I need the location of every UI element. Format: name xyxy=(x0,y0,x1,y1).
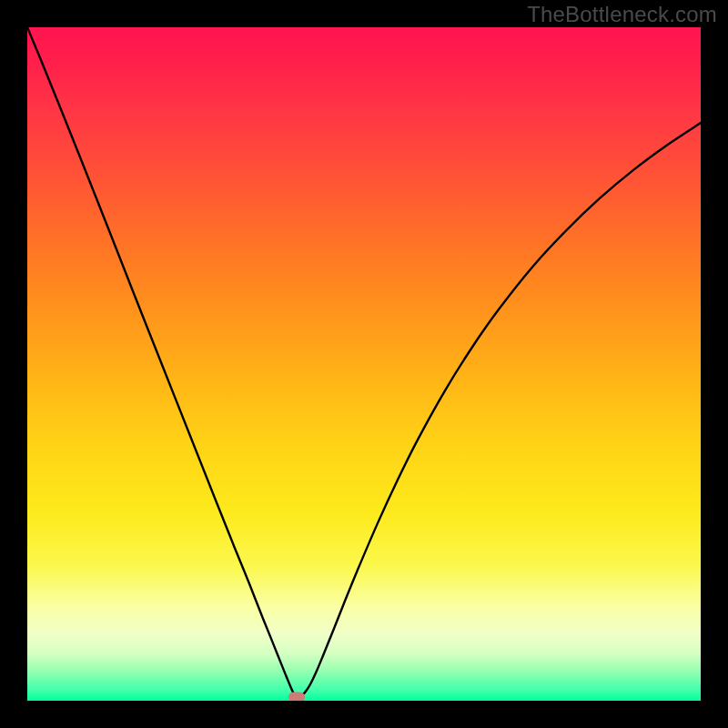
optimum-marker xyxy=(288,692,305,701)
watermark-text: TheBottleneck.com xyxy=(527,2,717,27)
chart-plot-area xyxy=(27,27,701,701)
chart-curve-svg xyxy=(27,27,701,701)
bottleneck-curve xyxy=(27,27,701,697)
